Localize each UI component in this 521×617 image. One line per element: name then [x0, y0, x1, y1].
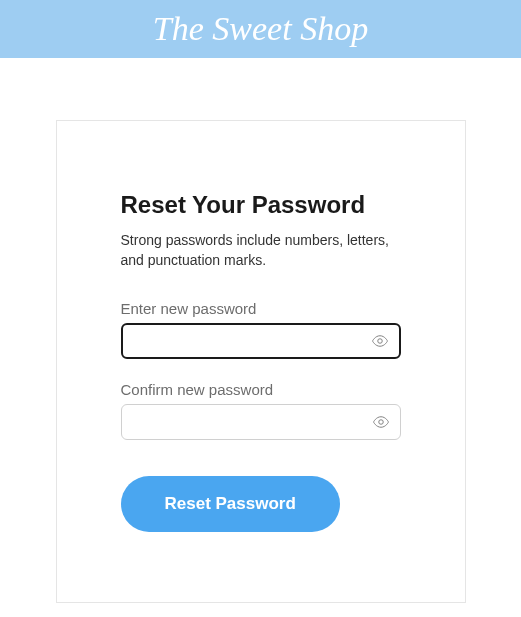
page-title: Reset Your Password [121, 191, 401, 219]
svg-point-0 [377, 339, 382, 344]
confirm-password-label: Confirm new password [121, 381, 401, 398]
new-password-label: Enter new password [121, 300, 401, 317]
site-header: The Sweet Shop [0, 0, 521, 58]
new-password-field-group: Enter new password [121, 300, 401, 359]
eye-icon[interactable] [372, 413, 390, 431]
site-logo: The Sweet Shop [153, 10, 368, 48]
confirm-password-input[interactable] [132, 405, 372, 439]
confirm-password-field-group: Confirm new password [121, 381, 401, 440]
reset-password-card: Reset Your Password Strong passwords inc… [56, 120, 466, 603]
svg-point-1 [378, 420, 383, 425]
form-actions: Reset Password [121, 476, 401, 532]
confirm-password-input-wrapper [121, 404, 401, 440]
new-password-input[interactable] [133, 325, 371, 357]
reset-password-button[interactable]: Reset Password [121, 476, 340, 532]
eye-icon[interactable] [371, 332, 389, 350]
page-subtitle: Strong passwords include numbers, letter… [121, 231, 401, 270]
new-password-input-wrapper [121, 323, 401, 359]
